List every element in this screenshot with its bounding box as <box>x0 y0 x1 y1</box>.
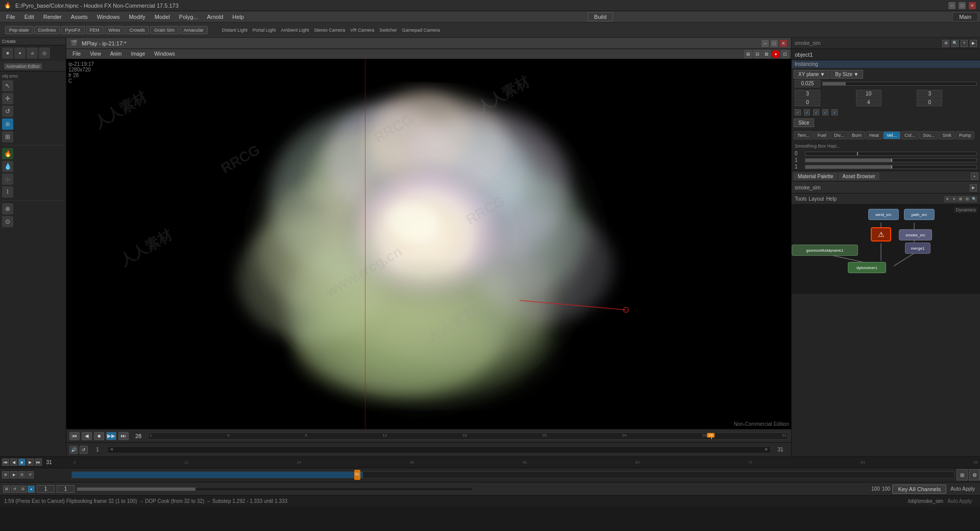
mplay-windows[interactable]: Windows <box>150 50 179 58</box>
tool-5[interactable]: ⊗ <box>2 203 13 214</box>
ng-icon-zoom[interactable]: 🔍 <box>971 196 977 202</box>
mplay-icon1[interactable]: ⊞ <box>744 50 752 58</box>
tab-vel[interactable]: Vel... <box>883 131 900 139</box>
val-1[interactable]: 3 <box>795 90 820 98</box>
mplay-file[interactable]: File <box>68 50 85 58</box>
tools-label[interactable]: Tools <box>795 196 806 202</box>
mplay-close[interactable]: ✕ <box>780 40 787 47</box>
vr-camera[interactable]: VR Camera <box>348 28 376 33</box>
tab-sink[interactable]: Sink <box>939 131 955 139</box>
htab-popstate[interactable]: Pop-state <box>5 26 33 34</box>
bt-icon1[interactable]: ⊞ <box>2 471 9 478</box>
slice-tab[interactable]: Slice <box>794 118 814 127</box>
animation-editor-tab[interactable]: Animation Editor <box>4 63 42 69</box>
close-btn[interactable]: ✕ <box>969 2 976 9</box>
tab-heat[interactable]: Heat <box>866 131 883 139</box>
menu-arnold[interactable]: Arnold <box>203 13 227 21</box>
mplay-record[interactable]: ● <box>772 50 780 58</box>
torus-tool[interactable]: ◎ <box>39 47 50 59</box>
val-4[interactable]: 0 <box>795 99 820 106</box>
ng-icon-close[interactable]: ✕ <box>944 196 950 202</box>
bt-prev[interactable]: ◀ <box>10 458 17 466</box>
bt-track-row[interactable]: ⊞ ▶ ⊟ ↺ 31 ⊞ ⚙ <box>0 468 980 482</box>
wire-tool[interactable]: ⌇ <box>2 186 13 198</box>
help-label[interactable]: Help <box>826 196 837 202</box>
bc-icon3[interactable]: ⊟ <box>19 486 27 493</box>
light-portal[interactable]: Portal Light <box>251 28 278 33</box>
bt-skip-start[interactable]: ⏮ <box>2 458 9 466</box>
bt-settings-icon[interactable]: ⚙ <box>969 469 980 480</box>
right-help-icon[interactable]: ? <box>961 40 968 47</box>
layout-label[interactable]: Layout <box>808 196 824 202</box>
tab-fuel[interactable]: Fuel <box>814 131 830 139</box>
node-gasresize[interactable]: gasresizefluiddynamic1 <box>792 245 858 256</box>
slider-025[interactable] <box>822 82 977 86</box>
stop-btn[interactable]: ■ <box>94 432 104 440</box>
bc-frame-input[interactable] <box>37 485 55 493</box>
bc-icon4[interactable]: ● <box>28 486 35 493</box>
menu-modify[interactable]: Modify <box>125 13 149 21</box>
skip-to-start-btn[interactable]: ⏮ <box>69 432 80 440</box>
right-search-icon[interactable]: 🔍 <box>951 40 959 47</box>
node-canvas[interactable]: Dynamics wind_src path_src <box>792 205 980 294</box>
move-tool[interactable]: ✛ <box>2 93 13 104</box>
chk4[interactable]: ✓ <box>822 109 828 115</box>
bt-skip-end[interactable]: ⏭ <box>35 458 42 466</box>
menu-assets[interactable]: Assets <box>67 13 92 21</box>
mplay-icon3[interactable]: ⊠ <box>763 50 771 58</box>
ng-expand-icon[interactable]: ▶ <box>970 184 977 191</box>
chk5[interactable]: ✓ <box>831 109 838 115</box>
bc-frame-slider[interactable] <box>77 487 473 491</box>
maximize-btn[interactable]: □ <box>959 2 966 9</box>
ng-icon-list[interactable]: ≡ <box>951 196 957 202</box>
right-settings-icon[interactable]: ⚙ <box>942 40 949 47</box>
material-palette-tab[interactable]: Material Palette <box>794 173 837 180</box>
htab-crowds[interactable]: Crowds <box>126 26 150 34</box>
node-wind-src[interactable]: wind_src <box>868 209 899 220</box>
particle-tool[interactable]: ·:· <box>2 174 13 185</box>
bt-grid-icon[interactable]: ⊞ <box>957 469 968 480</box>
menu-windows[interactable]: Windows <box>93 13 124 21</box>
loop-icon[interactable]: ↺ <box>80 446 88 454</box>
slider1[interactable] <box>805 152 977 156</box>
tool-6[interactable]: ⊙ <box>2 216 13 227</box>
play-pause-btn[interactable]: ▶▶ <box>106 432 116 440</box>
tab-pump[interactable]: Pump <box>955 131 975 139</box>
transform-tool[interactable]: ⊞ <box>2 131 13 142</box>
menu-render[interactable]: Render <box>39 13 66 21</box>
mplay-win-controls[interactable]: − □ ✕ <box>762 40 787 47</box>
title-bar-controls[interactable]: − □ ✕ <box>948 2 976 9</box>
htab-fem[interactable]: FEM <box>86 26 104 34</box>
stereo-camera[interactable]: Stereo Camera <box>312 28 347 33</box>
node-dytosolver[interactable]: dytosolver1 <box>848 262 886 273</box>
bt-icon2[interactable]: ▶ <box>10 471 17 478</box>
slider2[interactable] <box>805 158 977 162</box>
select-tool[interactable]: ↖ <box>2 80 13 91</box>
slider3[interactable] <box>805 165 977 169</box>
rotate-tool[interactable]: ↺ <box>2 106 13 117</box>
val-2[interactable]: 10 <box>856 90 881 98</box>
ng-icon-grid[interactable]: ⊞ <box>958 196 964 202</box>
htab-wires[interactable]: Wires <box>105 26 125 34</box>
tab-sou[interactable]: Sou... <box>919 131 939 139</box>
menu-help[interactable]: Help <box>228 13 248 21</box>
smo-tab[interactable]: smo <box>9 74 18 79</box>
light-ambient[interactable]: Ambient Light <box>279 28 311 33</box>
xy-plane-tab[interactable]: XY plane ▼ <box>794 70 829 79</box>
sphere-tool[interactable]: ● <box>14 47 26 59</box>
bt-ruler-row[interactable]: ⏮ ◀ ■ ▶ ⏭ 31 0 12 24 36 48 60 72 84 96 <box>0 457 980 468</box>
mplay-view[interactable]: View <box>86 50 105 58</box>
chk2[interactable]: ✓ <box>804 109 810 115</box>
light-distant[interactable]: Distant Light <box>220 28 250 33</box>
obj-tab[interactable]: obj <box>2 74 8 79</box>
right-expand-icon[interactable]: ▶ <box>970 40 977 47</box>
prev-frame-btn[interactable]: ◀ <box>82 432 92 440</box>
audio-timeline[interactable]: ◀ ▶ <box>107 446 771 453</box>
val-5[interactable]: 4 <box>856 99 881 106</box>
bt-next[interactable]: ▶ <box>27 458 34 466</box>
val-3[interactable]: 3 <box>917 90 942 98</box>
bc-icon2[interactable]: ↺ <box>11 486 18 493</box>
htab-arnacular[interactable]: Arnacular <box>180 26 208 34</box>
fluid-tool[interactable]: 💧 <box>2 161 13 172</box>
ng-icon-table[interactable]: ⊟ <box>964 196 970 202</box>
